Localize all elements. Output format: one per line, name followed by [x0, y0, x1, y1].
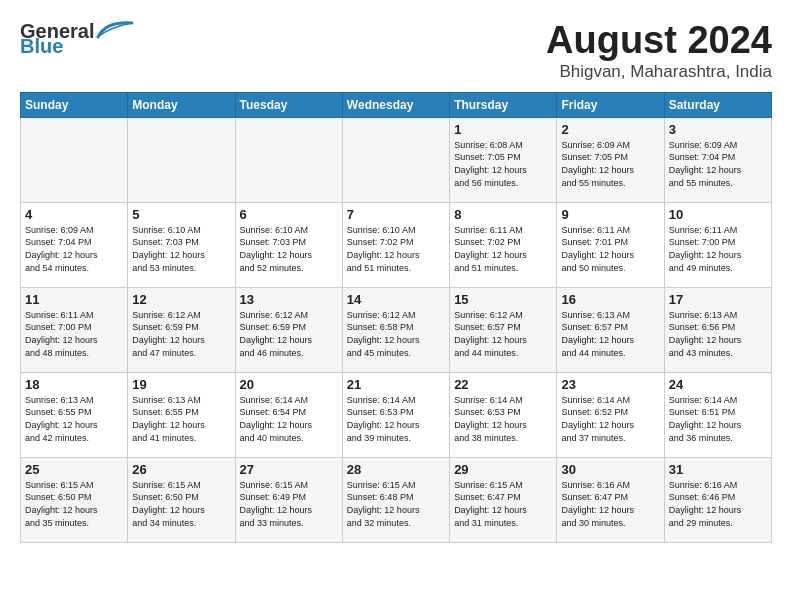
calendar-cell: 17Sunrise: 6:13 AM Sunset: 6:56 PM Dayli… [664, 287, 771, 372]
day-number: 27 [240, 462, 338, 477]
calendar-cell: 16Sunrise: 6:13 AM Sunset: 6:57 PM Dayli… [557, 287, 664, 372]
day-info: Sunrise: 6:09 AM Sunset: 7:05 PM Dayligh… [561, 139, 659, 189]
calendar-cell: 29Sunrise: 6:15 AM Sunset: 6:47 PM Dayli… [450, 457, 557, 542]
calendar-cell: 2Sunrise: 6:09 AM Sunset: 7:05 PM Daylig… [557, 117, 664, 202]
weekday-header-thursday: Thursday [450, 92, 557, 117]
day-number: 2 [561, 122, 659, 137]
day-info: Sunrise: 6:08 AM Sunset: 7:05 PM Dayligh… [454, 139, 552, 189]
calendar-title: August 2024 [546, 20, 772, 62]
calendar-cell: 30Sunrise: 6:16 AM Sunset: 6:47 PM Dayli… [557, 457, 664, 542]
calendar-cell: 9Sunrise: 6:11 AM Sunset: 7:01 PM Daylig… [557, 202, 664, 287]
day-number: 6 [240, 207, 338, 222]
calendar-cell: 19Sunrise: 6:13 AM Sunset: 6:55 PM Dayli… [128, 372, 235, 457]
calendar-cell [342, 117, 449, 202]
day-number: 16 [561, 292, 659, 307]
day-number: 26 [132, 462, 230, 477]
calendar-cell: 23Sunrise: 6:14 AM Sunset: 6:52 PM Dayli… [557, 372, 664, 457]
day-info: Sunrise: 6:10 AM Sunset: 7:03 PM Dayligh… [240, 224, 338, 274]
day-info: Sunrise: 6:13 AM Sunset: 6:56 PM Dayligh… [669, 309, 767, 359]
calendar-cell: 27Sunrise: 6:15 AM Sunset: 6:49 PM Dayli… [235, 457, 342, 542]
day-info: Sunrise: 6:11 AM Sunset: 7:02 PM Dayligh… [454, 224, 552, 274]
calendar-cell: 26Sunrise: 6:15 AM Sunset: 6:50 PM Dayli… [128, 457, 235, 542]
day-info: Sunrise: 6:15 AM Sunset: 6:47 PM Dayligh… [454, 479, 552, 529]
calendar-cell: 20Sunrise: 6:14 AM Sunset: 6:54 PM Dayli… [235, 372, 342, 457]
weekday-header-friday: Friday [557, 92, 664, 117]
calendar-table: SundayMondayTuesdayWednesdayThursdayFrid… [20, 92, 772, 543]
calendar-cell: 3Sunrise: 6:09 AM Sunset: 7:04 PM Daylig… [664, 117, 771, 202]
day-info: Sunrise: 6:14 AM Sunset: 6:53 PM Dayligh… [454, 394, 552, 444]
day-info: Sunrise: 6:12 AM Sunset: 6:57 PM Dayligh… [454, 309, 552, 359]
day-number: 30 [561, 462, 659, 477]
day-number: 7 [347, 207, 445, 222]
day-number: 20 [240, 377, 338, 392]
header: General Blue August 2024 Bhigvan, Mahara… [20, 20, 772, 82]
day-number: 10 [669, 207, 767, 222]
calendar-cell [128, 117, 235, 202]
day-info: Sunrise: 6:14 AM Sunset: 6:54 PM Dayligh… [240, 394, 338, 444]
calendar-week-row: 1Sunrise: 6:08 AM Sunset: 7:05 PM Daylig… [21, 117, 772, 202]
calendar-cell: 10Sunrise: 6:11 AM Sunset: 7:00 PM Dayli… [664, 202, 771, 287]
day-number: 14 [347, 292, 445, 307]
day-info: Sunrise: 6:11 AM Sunset: 7:01 PM Dayligh… [561, 224, 659, 274]
day-info: Sunrise: 6:14 AM Sunset: 6:52 PM Dayligh… [561, 394, 659, 444]
calendar-week-row: 11Sunrise: 6:11 AM Sunset: 7:00 PM Dayli… [21, 287, 772, 372]
day-number: 4 [25, 207, 123, 222]
day-info: Sunrise: 6:15 AM Sunset: 6:50 PM Dayligh… [132, 479, 230, 529]
day-info: Sunrise: 6:16 AM Sunset: 6:47 PM Dayligh… [561, 479, 659, 529]
logo-blue-text: Blue [20, 35, 63, 58]
day-info: Sunrise: 6:12 AM Sunset: 6:59 PM Dayligh… [132, 309, 230, 359]
day-info: Sunrise: 6:13 AM Sunset: 6:57 PM Dayligh… [561, 309, 659, 359]
calendar-cell: 21Sunrise: 6:14 AM Sunset: 6:53 PM Dayli… [342, 372, 449, 457]
day-number: 29 [454, 462, 552, 477]
day-info: Sunrise: 6:09 AM Sunset: 7:04 PM Dayligh… [669, 139, 767, 189]
day-number: 19 [132, 377, 230, 392]
calendar-cell: 14Sunrise: 6:12 AM Sunset: 6:58 PM Dayli… [342, 287, 449, 372]
calendar-cell: 5Sunrise: 6:10 AM Sunset: 7:03 PM Daylig… [128, 202, 235, 287]
weekday-header-wednesday: Wednesday [342, 92, 449, 117]
calendar-cell [21, 117, 128, 202]
day-number: 11 [25, 292, 123, 307]
calendar-cell: 11Sunrise: 6:11 AM Sunset: 7:00 PM Dayli… [21, 287, 128, 372]
logo-wing-icon [96, 19, 134, 41]
calendar-week-row: 18Sunrise: 6:13 AM Sunset: 6:55 PM Dayli… [21, 372, 772, 457]
calendar-subtitle: Bhigvan, Maharashtra, India [546, 62, 772, 82]
day-info: Sunrise: 6:13 AM Sunset: 6:55 PM Dayligh… [132, 394, 230, 444]
day-info: Sunrise: 6:15 AM Sunset: 6:49 PM Dayligh… [240, 479, 338, 529]
weekday-header-row: SundayMondayTuesdayWednesdayThursdayFrid… [21, 92, 772, 117]
calendar-cell: 1Sunrise: 6:08 AM Sunset: 7:05 PM Daylig… [450, 117, 557, 202]
calendar-cell: 4Sunrise: 6:09 AM Sunset: 7:04 PM Daylig… [21, 202, 128, 287]
day-number: 22 [454, 377, 552, 392]
day-number: 23 [561, 377, 659, 392]
day-info: Sunrise: 6:09 AM Sunset: 7:04 PM Dayligh… [25, 224, 123, 274]
day-number: 18 [25, 377, 123, 392]
day-number: 3 [669, 122, 767, 137]
day-number: 1 [454, 122, 552, 137]
calendar-cell: 22Sunrise: 6:14 AM Sunset: 6:53 PM Dayli… [450, 372, 557, 457]
calendar-cell: 12Sunrise: 6:12 AM Sunset: 6:59 PM Dayli… [128, 287, 235, 372]
day-number: 21 [347, 377, 445, 392]
day-info: Sunrise: 6:12 AM Sunset: 6:58 PM Dayligh… [347, 309, 445, 359]
calendar-cell: 7Sunrise: 6:10 AM Sunset: 7:02 PM Daylig… [342, 202, 449, 287]
day-info: Sunrise: 6:10 AM Sunset: 7:03 PM Dayligh… [132, 224, 230, 274]
day-number: 24 [669, 377, 767, 392]
day-info: Sunrise: 6:14 AM Sunset: 6:51 PM Dayligh… [669, 394, 767, 444]
day-info: Sunrise: 6:10 AM Sunset: 7:02 PM Dayligh… [347, 224, 445, 274]
day-number: 12 [132, 292, 230, 307]
calendar-cell: 28Sunrise: 6:15 AM Sunset: 6:48 PM Dayli… [342, 457, 449, 542]
calendar-cell [235, 117, 342, 202]
day-info: Sunrise: 6:13 AM Sunset: 6:55 PM Dayligh… [25, 394, 123, 444]
calendar-cell: 25Sunrise: 6:15 AM Sunset: 6:50 PM Dayli… [21, 457, 128, 542]
day-number: 5 [132, 207, 230, 222]
day-number: 13 [240, 292, 338, 307]
weekday-header-tuesday: Tuesday [235, 92, 342, 117]
logo: General Blue [20, 20, 134, 58]
weekday-header-sunday: Sunday [21, 92, 128, 117]
day-info: Sunrise: 6:11 AM Sunset: 7:00 PM Dayligh… [25, 309, 123, 359]
calendar-cell: 15Sunrise: 6:12 AM Sunset: 6:57 PM Dayli… [450, 287, 557, 372]
day-info: Sunrise: 6:15 AM Sunset: 6:50 PM Dayligh… [25, 479, 123, 529]
day-info: Sunrise: 6:11 AM Sunset: 7:00 PM Dayligh… [669, 224, 767, 274]
day-info: Sunrise: 6:16 AM Sunset: 6:46 PM Dayligh… [669, 479, 767, 529]
weekday-header-saturday: Saturday [664, 92, 771, 117]
calendar-cell: 8Sunrise: 6:11 AM Sunset: 7:02 PM Daylig… [450, 202, 557, 287]
calendar-page: General Blue August 2024 Bhigvan, Mahara… [0, 0, 792, 553]
